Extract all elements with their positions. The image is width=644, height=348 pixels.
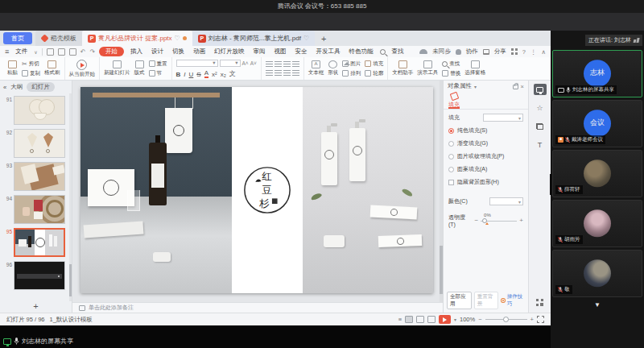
- hamburger-icon[interactable]: ≡: [5, 48, 9, 56]
- effects-toggle[interactable]: ☆: [534, 102, 547, 114]
- slide-thumb-95-selected[interactable]: 95: [2, 228, 68, 257]
- outline-tab[interactable]: 大纲: [10, 83, 23, 91]
- tab-document-active[interactable]: P 黄凡杉品牌设计 提案.pptx ♡: [82, 31, 192, 46]
- shapes-panel-toggle[interactable]: [534, 121, 547, 132]
- collaborate-button[interactable]: 协作: [466, 48, 478, 56]
- cloud-sync-icon[interactable]: [419, 49, 427, 54]
- fit-window-icon[interactable]: [537, 316, 544, 323]
- tab-document-pdf[interactable]: P 刘志林 - 黄冈师范...掌上光机.pdf ♡: [192, 31, 315, 46]
- superscript-button[interactable]: x²: [212, 71, 217, 78]
- undo-icon[interactable]: ↶: [80, 48, 86, 56]
- layout-button[interactable]: 版式: [134, 60, 145, 77]
- fill-tab[interactable]: 填充: [448, 92, 460, 109]
- apply-all-button[interactable]: 全部应用: [447, 292, 472, 309]
- participant-tile-4[interactable]: 胡雨芳: [552, 200, 642, 247]
- transparency-slider[interactable]: 0%: [481, 218, 517, 224]
- find-button[interactable]: 查找: [442, 60, 460, 68]
- option-picture-fill[interactable]: 图片或纹理填充(P): [448, 152, 523, 160]
- picture-button[interactable]: 图片: [342, 60, 361, 68]
- slide-95-content[interactable]: 红 豆 杉: [80, 87, 433, 293]
- more-participants-button[interactable]: ▼: [551, 301, 644, 309]
- menu-search[interactable]: 查找: [390, 48, 407, 56]
- menu-design-tab[interactable]: 设计: [149, 48, 166, 56]
- font-color-button[interactable]: A: [204, 69, 208, 78]
- format-painter-button[interactable]: 格式刷: [44, 60, 60, 77]
- participant-tile-liuzhilin[interactable]: 志林 刘志林的屏幕共享: [552, 50, 642, 97]
- slide-thumb-94[interactable]: 94: [2, 195, 68, 224]
- font-name-select[interactable]: ▾: [176, 60, 218, 67]
- bold-button[interactable]: B: [176, 71, 181, 78]
- menu-animation-tab[interactable]: 动画: [191, 48, 208, 56]
- favorite-icon[interactable]: ♡: [175, 35, 180, 42]
- sync-status[interactable]: 未同步: [432, 48, 451, 56]
- new-tab-button[interactable]: +: [321, 34, 326, 44]
- option-gradient-fill[interactable]: 渐变填充(G): [448, 139, 523, 147]
- option-solid-fill[interactable]: 纯色填充(S): [448, 126, 523, 135]
- text-effect-button[interactable]: 文: [229, 69, 236, 78]
- menu-file[interactable]: 文件: [13, 48, 30, 56]
- participant-tile-3[interactable]: 薛荷轩: [552, 150, 642, 197]
- collapse-panel-icon[interactable]: «: [3, 84, 6, 91]
- copy-button[interactable]: 复制: [22, 70, 40, 77]
- menu-features-tab[interactable]: 特色功能: [347, 48, 376, 56]
- doc-assistant-button[interactable]: 文档助手: [392, 60, 413, 77]
- paste-button[interactable]: 粘贴: [7, 60, 18, 77]
- number-list-icon[interactable]: [275, 61, 282, 68]
- menu-transition-tab[interactable]: 切换: [170, 48, 187, 56]
- notes-toggle-icon[interactable]: ≡: [398, 316, 402, 323]
- slide-thumb-91[interactable]: 91: [2, 96, 68, 125]
- color-select[interactable]: ▾: [489, 197, 523, 205]
- pin-panel-icon[interactable]: [513, 85, 518, 89]
- menu-slideshow-tab[interactable]: 幻灯片放映: [212, 48, 247, 56]
- indent-icon[interactable]: [283, 61, 291, 68]
- reset-button[interactable]: 重置: [149, 60, 167, 68]
- zoom-out-button[interactable]: −: [478, 316, 481, 323]
- textbox-button[interactable]: A 文本框: [308, 60, 324, 77]
- chevron-down-icon[interactable]: ▾: [474, 84, 477, 89]
- play-options-icon[interactable]: ▾: [454, 317, 456, 322]
- help-icon[interactable]: ?: [522, 48, 526, 56]
- fill-button[interactable]: 填充: [365, 60, 383, 68]
- favorite-icon[interactable]: ♡: [303, 35, 309, 42]
- print-icon[interactable]: [58, 48, 65, 56]
- shapes-button[interactable]: 形状: [328, 60, 338, 77]
- zoom-level[interactable]: 100%: [460, 316, 475, 323]
- decrease-font-button[interactable]: A˅: [250, 60, 257, 66]
- object-properties-toggle[interactable]: [534, 84, 547, 95]
- menu-review-tab[interactable]: 审阅: [251, 48, 268, 56]
- play-from-current-button[interactable]: 从当前开始: [69, 60, 96, 78]
- notes-bar[interactable]: 单击此处添加备注: [72, 302, 443, 313]
- preview-icon[interactable]: [69, 48, 76, 56]
- checkbox-hide-background[interactable]: 隐藏背景图形(H): [448, 178, 523, 186]
- align-right-icon[interactable]: [283, 70, 291, 77]
- transparency-minus-button[interactable]: −: [474, 218, 478, 224]
- slide-thumb-92[interactable]: 92: [2, 129, 68, 158]
- tab-docer[interactable]: 稻壳模板: [35, 31, 82, 46]
- add-slide-button[interactable]: +: [0, 301, 72, 313]
- menu-security-tab[interactable]: 安全: [293, 48, 310, 56]
- menu-insert-tab[interactable]: 插入: [128, 48, 145, 56]
- align-left-icon[interactable]: [266, 70, 273, 77]
- slide-thumb-96[interactable]: 96: [2, 261, 68, 290]
- justify-icon[interactable]: [292, 70, 299, 77]
- participant-tile-5[interactable]: 敬: [552, 250, 642, 297]
- thumbnail-scrollbar[interactable]: [69, 93, 72, 301]
- save-icon[interactable]: [47, 48, 54, 56]
- replace-button[interactable]: 替换: [442, 70, 460, 77]
- zoom-in-button[interactable]: +: [530, 316, 534, 323]
- participant-tile-daitao[interactable]: 会议 戴涛老师会议: [552, 100, 642, 147]
- slides-tab[interactable]: 幻灯片: [27, 82, 55, 92]
- align-center-icon[interactable]: [275, 70, 282, 77]
- search-icon[interactable]: [380, 49, 386, 55]
- collapse-ribbon-icon[interactable]: ∧: [542, 48, 547, 56]
- tips-link[interactable]: 操作技巧: [501, 293, 525, 308]
- slide-thumb-93[interactable]: 93: [2, 162, 68, 191]
- more-icon[interactable]: ⋮: [530, 48, 537, 56]
- reading-view-button[interactable]: [427, 316, 436, 323]
- transparency-plus-button[interactable]: +: [519, 218, 523, 224]
- close-panel-icon[interactable]: ×: [521, 83, 524, 90]
- increase-font-button[interactable]: A˄: [242, 60, 249, 66]
- outline-button[interactable]: 轮廓: [365, 70, 383, 77]
- line-spacing-icon[interactable]: [292, 61, 299, 68]
- share-button[interactable]: 分享: [494, 48, 506, 56]
